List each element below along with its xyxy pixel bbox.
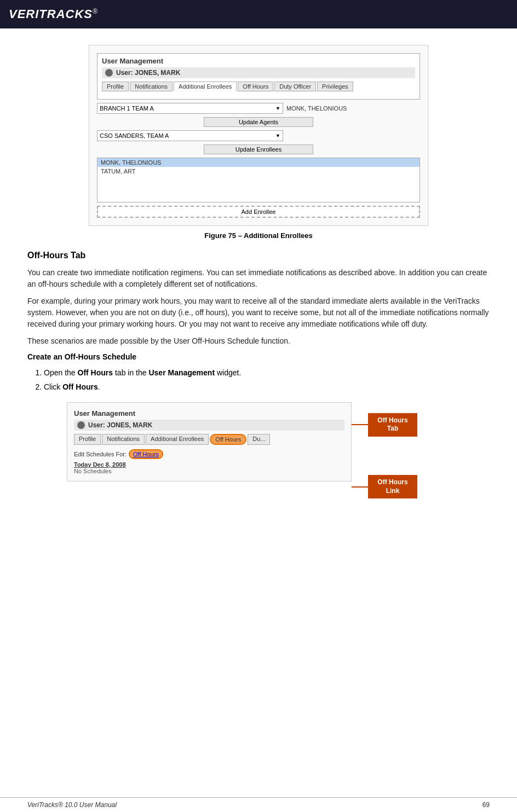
callout-area: Off Hours Tab Off Hours Link	[352, 402, 417, 498]
callout-tab-wrapper: Off Hours Tab	[352, 413, 417, 437]
mini-tab-bar: Profile Notifications Additional Enrolle…	[74, 434, 344, 445]
off-hours-link[interactable]: Off Hours	[129, 449, 163, 459]
enrollees-row: CSO SANDERS, TEAM A ▼	[97, 130, 420, 141]
update-enrollees-button[interactable]: Update Enrollees	[204, 144, 313, 154]
mini-tab-du[interactable]: Du...	[248, 434, 270, 445]
reg-symbol: ®	[93, 8, 98, 15]
callout-link-wrapper: Off Hours Link	[352, 475, 417, 498]
mini-edit-label: Edit Schedules For:	[74, 451, 127, 457]
update-agents-button[interactable]: Update Agents	[204, 117, 313, 127]
enrollees-list: MONK, THELONIOUS TATUM, ART	[97, 158, 420, 202]
mini-tab-off-hours[interactable]: Off Hours	[210, 434, 246, 445]
callout-line-tab	[352, 424, 368, 425]
enrollees-dropdown-value: CSO SANDERS, TEAM A	[100, 132, 169, 139]
tab-additional-enrollees[interactable]: Additional Enrollees	[174, 82, 237, 91]
mini-edit-row: Edit Schedules For: Off Hours	[74, 449, 344, 459]
mini-user-label: User: JONES, MARK	[88, 421, 152, 429]
step1-bold: Off Hours	[78, 368, 113, 377]
mini-tab-notifications[interactable]: Notifications	[102, 434, 145, 445]
tab-off-hours[interactable]: Off Hours	[238, 82, 273, 91]
list-item	[97, 176, 420, 184]
agents-right-label: MONK, THELONIOUS	[286, 105, 347, 112]
agents-dropdown-arrow: ▼	[275, 106, 280, 111]
figure2-box: User Management User: JONES, MARK Profil…	[67, 402, 352, 482]
user-icon	[105, 69, 113, 77]
widget1-title: User Management	[102, 57, 415, 65]
step2-end: .	[98, 382, 100, 391]
step1-post: tab in the	[113, 368, 148, 377]
mini-date: Today Dec 8, 2008	[74, 461, 344, 468]
list-item[interactable]: MONK, THELONIOUS	[97, 158, 420, 167]
footer: VeriTracks® 10.0 User Manual 69	[0, 797, 517, 812]
step1: Open the Off Hours tab in the User Manag…	[44, 367, 490, 379]
callout-tab-box: Off Hours Tab	[368, 413, 417, 437]
callout-line-link	[352, 486, 368, 488]
tab-privileges[interactable]: Privileges	[317, 82, 353, 91]
callout-link-box: Off Hours Link	[368, 475, 417, 498]
step2-pre: Click	[44, 382, 62, 391]
mini-user-row: User: JONES, MARK	[74, 420, 344, 431]
step1-end: widget.	[215, 368, 241, 377]
mini-tab-profile[interactable]: Profile	[74, 434, 101, 445]
figure1-caption: Figure 75 – Additional Enrollees	[27, 231, 490, 240]
section-heading: Off-Hours Tab	[27, 251, 490, 260]
section-para3: These scenarios are made possible by the…	[27, 335, 490, 347]
mini-tab-additional-enrollees[interactable]: Additional Enrollees	[146, 434, 209, 445]
main-content: User Management User: JONES, MARK Profil…	[0, 28, 517, 797]
agents-dropdown-value: BRANCH 1 TEAM A	[100, 105, 154, 112]
header: VeriTracks®	[0, 0, 517, 28]
section-subheading: Create an Off-Hours Schedule	[27, 352, 490, 361]
step1-bold2: User Management	[148, 368, 215, 377]
widget1-user-label: User: JONES, MARK	[116, 69, 180, 77]
section-para2: For example, during your primary work ho…	[27, 295, 490, 330]
add-enrollee-button[interactable]: Add Enrollee	[97, 206, 420, 218]
widget1-user-row: User: JONES, MARK	[102, 67, 415, 78]
mini-user-icon	[77, 421, 85, 429]
enrollees-dropdown-arrow: ▼	[275, 133, 280, 138]
list-item[interactable]: TATUM, ART	[97, 167, 420, 176]
mini-widget: User Management User: JONES, MARK Profil…	[74, 409, 344, 474]
tab-duty-officer[interactable]: Duty Officer	[274, 82, 316, 91]
agents-dropdown[interactable]: BRANCH 1 TEAM A ▼	[97, 103, 283, 114]
widget1-tab-bar: Profile Notifications Additional Enrolle…	[102, 82, 415, 91]
figure1-box: User Management User: JONES, MARK Profil…	[89, 45, 428, 226]
steps-list: Open the Off Hours tab in the User Manag…	[44, 367, 490, 393]
agents-row: BRANCH 1 TEAM A ▼ MONK, THELONIOUS	[97, 103, 420, 114]
footer-right: 69	[482, 801, 490, 809]
widget1-header: User Management User: JONES, MARK Profil…	[97, 53, 420, 100]
list-item	[97, 184, 420, 193]
step2-bold: Off Hours	[62, 382, 98, 391]
tab-profile[interactable]: Profile	[102, 82, 129, 91]
tab-notifications[interactable]: Notifications	[130, 82, 173, 91]
step1-pre: Open the	[44, 368, 78, 377]
section-para1: You can create two immediate notificatio…	[27, 267, 490, 290]
enrollees-dropdown[interactable]: CSO SANDERS, TEAM A ▼	[97, 130, 283, 141]
logo: VeriTracks®	[9, 7, 98, 21]
footer-left: VeriTracks® 10.0 User Manual	[27, 801, 117, 809]
logo-text: VeriTracks	[9, 7, 93, 21]
mini-widget-title: User Management	[74, 409, 344, 417]
step2: Click Off Hours.	[44, 381, 490, 393]
figure2-wrapper: User Management User: JONES, MARK Profil…	[67, 402, 450, 498]
mini-no-schedules: No Schedules	[74, 468, 344, 474]
list-item	[97, 193, 420, 202]
